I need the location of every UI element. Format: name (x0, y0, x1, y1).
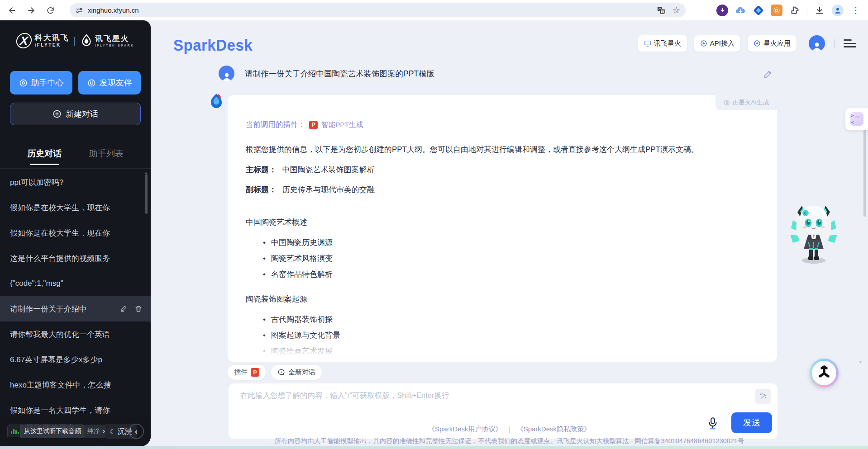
plugin-label: 当前调用的插件： (246, 120, 305, 130)
scroll-hint-icon: ▾ (859, 359, 862, 365)
gear-extension-icon[interactable] (771, 5, 782, 16)
sparkdesk-logo: SparkDesk (173, 36, 253, 54)
history-item-selected[interactable]: 请制作一份关于介绍中 (0, 296, 151, 321)
history-item[interactable]: 6.67英寸屏幕是多少x多少p (0, 347, 151, 372)
rename-icon[interactable] (120, 305, 128, 313)
user-message-row: 请制作一份关于介绍中国陶瓷艺术装饰图案的PPT模版 (219, 66, 434, 81)
extensions-row: ⋮ (716, 3, 868, 18)
magic-wand-icon[interactable] (755, 389, 771, 404)
downloads-icon[interactable] (814, 5, 825, 16)
history-item-label: 假如你是在校大学生，现在你 (10, 203, 143, 213)
plugin-name[interactable]: 智能PPT生成 (321, 120, 363, 130)
url-text[interactable]: xinghuo.xfyun.cn (88, 6, 139, 14)
history-item[interactable]: 请你帮我最大的优化一个英语 (0, 321, 151, 347)
outline-divider (243, 205, 754, 205)
smiley-icon (87, 79, 96, 87)
new-chat-label: 新建对话 (66, 109, 98, 119)
history-item[interactable]: 假如你是在校大学生，现在你 (0, 195, 151, 220)
footer-separator: | (509, 425, 510, 433)
browser-forward-icon[interactable] (24, 4, 38, 17)
main-title-line: 主标题： 中国陶瓷艺术装饰图案解析 (246, 162, 752, 178)
message-input[interactable] (240, 391, 747, 418)
subtitle-value: 历史传承与现代审美的交融 (282, 185, 375, 194)
pure-mode-label: 纯净 (87, 427, 100, 435)
history-item[interactable]: hexo主题博客文件中，怎么搜 (0, 372, 151, 397)
bullet-item: 名窑作品特色解析 (263, 266, 752, 282)
brand-divider: | (73, 36, 76, 46)
page: X 科大讯飞 iFLYTEK | 讯飞星火 IFLYTEK SPARK (0, 20, 868, 449)
moon-icon: ☾ (110, 428, 115, 435)
browser-back-icon[interactable] (5, 4, 19, 17)
spark-floating-button[interactable] (810, 359, 839, 388)
discover-friends-button[interactable]: 发现友伴 (78, 71, 141, 95)
sidebar-tabs: 历史对话 助手列表 (0, 148, 151, 165)
history-item[interactable]: 这是什么平台提供的视频服务 (0, 246, 151, 271)
audio-download-tooltip[interactable]: 从这里试听下载音频 (20, 425, 85, 438)
nav-spark-button[interactable]: 讯飞星火 (638, 35, 687, 52)
privacy-policy-link[interactable]: 《SparkDesk隐私政策》 (517, 425, 591, 433)
assistant-icon (19, 79, 28, 87)
nav-api-button[interactable]: API接入 (694, 35, 741, 52)
new-conversation-label: 全新对话 (288, 368, 315, 377)
history-item[interactable]: {"code":1,"msg" (0, 271, 151, 296)
plugin-button-label: 插件 (234, 368, 248, 377)
feedback-widget[interactable]: ＞﹏＜ (845, 108, 868, 130)
history-item-label: 假如你是一名大四学生，请你 (10, 405, 143, 416)
iflytek-logo: X 科大讯飞 iFLYTEK (16, 33, 69, 48)
site-settings-icon[interactable] (75, 6, 83, 14)
kaomoji-face-icon: ＞﹏＜ (850, 112, 863, 126)
bookmark-star-icon[interactable]: ☆ (672, 5, 680, 15)
page-scrollbar-thumb[interactable] (863, 121, 866, 217)
card-bottom-fade (228, 333, 777, 362)
ppt-plugin-icon: P (251, 368, 259, 377)
chat-bubble-icon (277, 369, 285, 376)
header-separator (834, 39, 835, 48)
history-item-label: ppt可以加密吗? (10, 177, 143, 188)
download-manager-extension-icon[interactable] (716, 5, 728, 16)
browser-menu-icon[interactable]: ⋮ (850, 5, 862, 16)
history-item-label: 这是什么平台提供的视频服务 (10, 253, 143, 264)
user-agreement-link[interactable]: 《SparkDesk用户协议》 (428, 425, 502, 433)
nav-apps-button[interactable]: 星火应用 (747, 35, 797, 52)
iflytek-name-cn: 科大讯飞 (34, 34, 69, 42)
page-menu-icon[interactable] (844, 37, 857, 50)
history-item-label: 6.67英寸屏幕是多少x多少p (10, 354, 143, 365)
bullet-item: 中国陶瓷历史渊源 (263, 235, 752, 250)
history-item[interactable]: 假如你是在校大学生，现在你 (0, 220, 151, 246)
tab-assistant-list[interactable]: 助手列表 (89, 148, 124, 165)
sidebar-collapse-button[interactable]: ‹ (129, 424, 144, 439)
history-item[interactable]: ppt可以加密吗? (0, 170, 151, 195)
monitor-icon (644, 40, 651, 47)
spark-logo: 讯飞星火 IFLYTEK SPARK (81, 34, 134, 47)
ai-generated-badge: 由星火AI生成 (715, 95, 777, 110)
translate-icon[interactable]: G文 (657, 6, 665, 14)
mascot-character[interactable]: X (788, 197, 839, 265)
download-circle-icon (754, 40, 761, 47)
history-item-label: 请制作一份关于介绍中 (10, 304, 120, 314)
main-title-label: 主标题： (246, 165, 277, 174)
delete-icon[interactable] (134, 305, 143, 313)
bottom-edge-strip (0, 446, 868, 449)
plugin-button[interactable]: 插件 P (228, 365, 266, 380)
discover-friends-label: 发现友伴 (100, 77, 132, 88)
diamond-extension-icon[interactable] (753, 5, 764, 16)
sidebar-scrollbar-thumb[interactable] (145, 174, 148, 214)
spark-ai-avatar (208, 93, 224, 109)
assistant-center-button[interactable]: 助手中心 (10, 71, 72, 95)
edit-message-icon[interactable] (763, 69, 773, 81)
subtitle-label: 副标题： (246, 185, 277, 194)
nav-spark-label: 讯飞星火 (654, 39, 681, 48)
cloud-extension-icon[interactable] (734, 5, 746, 16)
extensions-puzzle-icon[interactable] (789, 5, 801, 16)
person-icon (811, 41, 823, 52)
person-icon (221, 71, 232, 81)
address-bar[interactable]: xinghuo.xfyun.cn G文 ☆ (70, 3, 686, 17)
new-chat-button[interactable]: 新建对话 (10, 103, 141, 125)
new-conversation-button[interactable]: 全新对话 (271, 365, 322, 380)
tab-history-chats[interactable]: 历史对话 (27, 148, 62, 165)
svg-text:文: 文 (661, 9, 664, 14)
browser-profile-icon[interactable] (832, 5, 844, 16)
section-bullets: 中国陶瓷历史渊源 陶瓷艺术风格演变 名窑作品特色解析 (263, 235, 752, 282)
user-avatar[interactable] (809, 35, 825, 52)
browser-reload-icon[interactable] (43, 4, 57, 17)
